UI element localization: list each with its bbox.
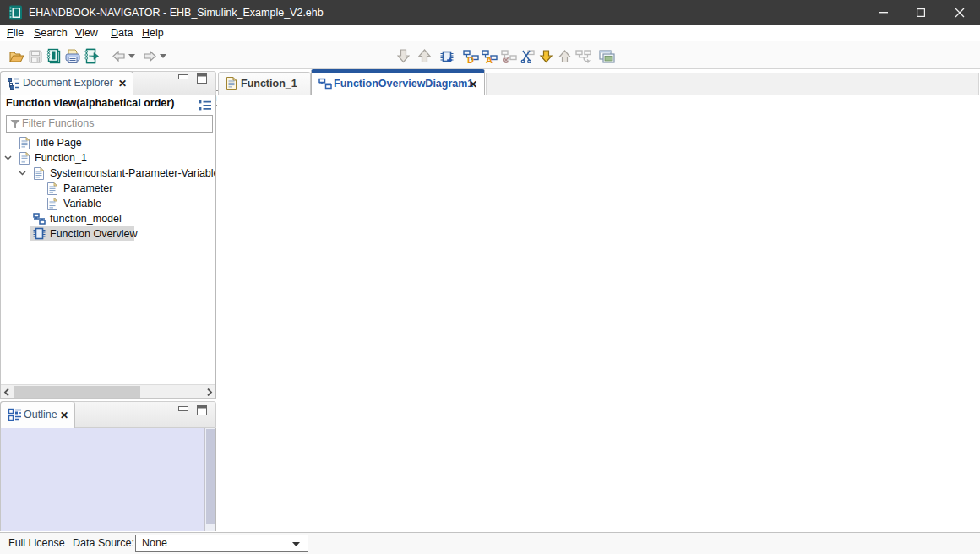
svg-text:A: A — [486, 55, 493, 64]
svg-text:D: D — [467, 55, 474, 64]
